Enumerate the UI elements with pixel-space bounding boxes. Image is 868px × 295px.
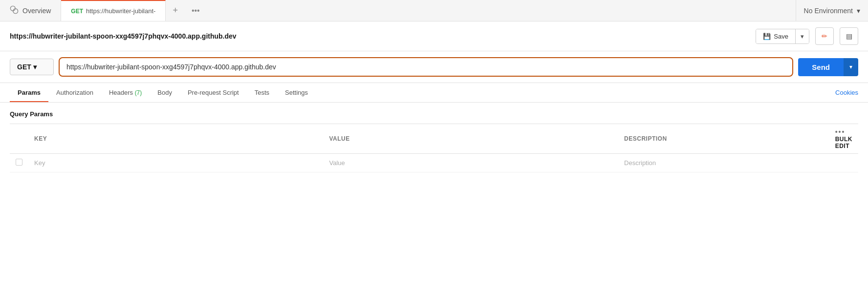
tab-add-button[interactable]: + (166, 0, 185, 21)
query-params-title: Query Params (10, 110, 858, 118)
save-icon: 💾 (763, 33, 771, 40)
tab-pre-request-script[interactable]: Pre-request Script (180, 83, 247, 102)
add-icon: + (173, 5, 178, 16)
tab-request[interactable]: GET https://hubwriter-jubilant- (61, 0, 166, 21)
row-desc-cell[interactable]: Description (618, 154, 829, 172)
bulk-edit-label[interactable]: Bulk Edit (835, 136, 852, 149)
tab-overview[interactable]: Overview (0, 0, 61, 21)
row-actions-cell (829, 154, 858, 172)
tab-authorization-label: Authorization (56, 89, 93, 96)
method-select[interactable]: GET ▾ (10, 59, 54, 75)
svg-point-1 (13, 8, 18, 13)
overview-icon (10, 5, 19, 16)
col-header-description: DESCRIPTION (618, 124, 829, 154)
tabs-nav: Params Authorization Headers (7) Body Pr… (0, 83, 868, 103)
save-label: Save (774, 33, 788, 40)
col-header-more: ••• Bulk Edit (829, 124, 858, 154)
tab-headers-badge: (7) (135, 89, 142, 96)
tab-body-label: Body (157, 89, 172, 96)
env-label: No Environment (804, 7, 853, 15)
row-key-placeholder: Key (34, 159, 45, 167)
tab-bar: Overview GET https://hubwriter-jubilant-… (0, 0, 868, 21)
doc-button[interactable]: ▤ (840, 27, 858, 45)
tab-headers-label: Headers (109, 89, 135, 96)
query-params-area: Query Params KEY VALUE DESCRIPTION ••• B… (0, 103, 868, 172)
row-desc-placeholder: Description (624, 159, 656, 167)
cookies-label: Cookies (835, 89, 858, 96)
tab-settings[interactable]: Settings (277, 83, 316, 102)
url-display: https://hubwriter-jubilant-spoon-xxg4597… (10, 32, 750, 40)
tab-tests-label: Tests (255, 89, 269, 96)
tab-tests[interactable]: Tests (247, 83, 277, 102)
env-chevron-icon: ▾ (857, 7, 860, 15)
tab-headers[interactable]: Headers (7) (101, 83, 150, 102)
edit-icon: ✏ (822, 32, 827, 40)
send-button-group: Send ▾ (798, 58, 858, 76)
doc-icon: ▤ (846, 32, 852, 40)
request-line: GET ▾ https://hubwriter-jubilant-spoon-x… (0, 51, 868, 83)
tab-authorization[interactable]: Authorization (48, 83, 101, 102)
table-row: Key Value Description (10, 154, 858, 172)
tab-settings-label: Settings (285, 89, 308, 96)
environment-selector[interactable]: No Environment ▾ (796, 0, 868, 21)
row-key-cell[interactable]: Key (28, 154, 323, 172)
tab-more-button[interactable]: ••• (185, 0, 207, 21)
url-bar-area: https://hubwriter-jubilant-spoon-xxg4597… (0, 21, 868, 51)
save-button[interactable]: 💾 Save (756, 29, 796, 43)
tab-params[interactable]: Params (10, 83, 48, 102)
tab-overview-label: Overview (22, 7, 51, 15)
tab-pre-request-label: Pre-request Script (188, 89, 239, 96)
row-value-cell[interactable]: Value (323, 154, 618, 172)
row-value-placeholder: Value (329, 159, 345, 167)
row-checkbox[interactable] (16, 159, 22, 166)
col-header-key: KEY (28, 124, 323, 154)
send-label: Send (812, 63, 830, 71)
url-input[interactable]: https://hubwriter-jubilant-spoon-xxg4597… (59, 57, 793, 77)
save-dropdown-button[interactable]: ▾ (796, 29, 809, 43)
cookies-link[interactable]: Cookies (835, 83, 858, 102)
row-checkbox-cell (10, 154, 28, 172)
tab-params-label: Params (18, 89, 41, 96)
svg-point-0 (10, 6, 15, 11)
method-chevron-icon: ▾ (33, 63, 37, 71)
tab-request-method: GET (71, 8, 83, 15)
edit-button[interactable]: ✏ (815, 27, 834, 45)
send-chevron-icon: ▾ (849, 63, 852, 70)
send-dropdown-button[interactable]: ▾ (844, 58, 858, 76)
col-header-checkbox (10, 124, 28, 154)
tab-body[interactable]: Body (150, 83, 180, 102)
save-chevron-icon: ▾ (801, 33, 804, 40)
query-params-table: KEY VALUE DESCRIPTION ••• Bulk Edit Key (10, 124, 858, 172)
col-header-value: VALUE (323, 124, 618, 154)
table-more-icon[interactable]: ••• (835, 128, 846, 136)
send-button[interactable]: Send (798, 58, 844, 76)
url-value: https://hubwriter-jubilant-spoon-xxg4597… (66, 63, 276, 71)
method-label: GET (17, 63, 31, 71)
save-button-group: 💾 Save ▾ (756, 29, 809, 44)
more-icon: ••• (192, 6, 200, 15)
tab-request-url: https://hubwriter-jubilant- (86, 7, 155, 15)
